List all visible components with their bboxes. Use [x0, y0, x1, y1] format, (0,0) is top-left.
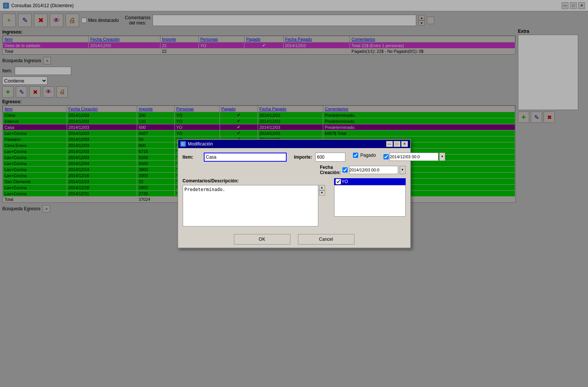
yo-personas-checkbox[interactable]: [336, 179, 341, 184]
modal-minimize[interactable]: —: [386, 141, 393, 147]
importe-label: Importe:: [294, 154, 313, 160]
item-label: Item:: [183, 154, 202, 160]
modal-close[interactable]: ✕: [401, 141, 408, 147]
modificacion-modal: C Modificación — □ ✕ Item: Importe:: [177, 139, 411, 248]
desc-field[interactable]: Predeterminado.: [183, 185, 318, 226]
modal-cancel-button[interactable]: Cancel: [298, 234, 354, 245]
desc-scroll-down[interactable]: ▼: [319, 190, 325, 196]
modal-maximize[interactable]: □: [394, 141, 400, 147]
modal-title-bar: C Modificación — □ ✕: [178, 140, 410, 148]
modal-icon: C: [180, 141, 186, 147]
importe-field[interactable]: [315, 153, 345, 162]
pagado-checkbox[interactable]: [353, 153, 358, 158]
desc-scroll-up[interactable]: ▲: [319, 185, 325, 190]
fecha-pagado-dropdown[interactable]: ▼: [439, 153, 445, 161]
desc-label: Comentarios/Descripción:: [183, 178, 330, 184]
pagado-label: Pagado: [360, 153, 376, 158]
fecha-creacion-checkbox[interactable]: [342, 167, 348, 173]
fecha-creacion-label: FechaCreación:: [320, 165, 341, 175]
modal-overlay: C Modificación — □ ✕ Item: Importe:: [0, 0, 588, 387]
modal-ok-button[interactable]: OK: [234, 234, 290, 245]
fecha-pagado-field[interactable]: [389, 153, 438, 161]
item-field[interactable]: [204, 153, 287, 162]
fecha-creacion-field[interactable]: [349, 166, 398, 174]
yo-personas-label: YO: [342, 179, 348, 184]
modal-title: Modificación: [188, 141, 213, 147]
fecha-pagado-checkbox[interactable]: [383, 154, 389, 159]
fecha-creacion-dropdown[interactable]: ▼: [400, 166, 406, 174]
